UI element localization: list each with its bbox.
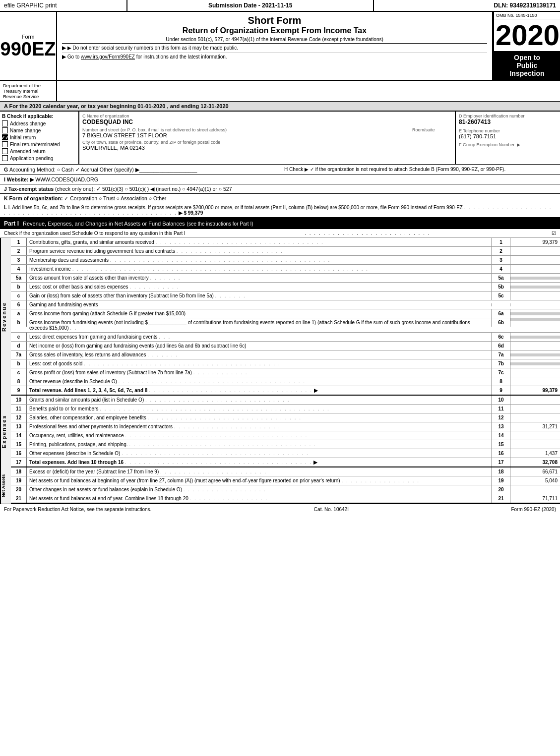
row12-desc: Salaries, other compensation, and employ… xyxy=(27,413,492,422)
cb-amended-label: Amended return xyxy=(10,149,46,154)
row6b-desc: Gross income from fundraising events (no… xyxy=(27,318,492,332)
tax-year-line: A For the 2020 calendar year, or tax yea… xyxy=(0,102,560,112)
row11-value xyxy=(510,407,560,410)
part1-header-row: Part I Revenue, Expenses, and Changes in… xyxy=(0,218,560,229)
row7a-num: 7a xyxy=(11,350,27,359)
form-org-row: K Form of organization: ✓ Corporation ○ … xyxy=(0,194,560,203)
line-l-value: ▶ $ 99,379 xyxy=(179,210,203,216)
row19-value: 5,040 xyxy=(510,476,560,485)
row5c-col: 5c xyxy=(492,291,510,300)
row7b-desc: Less: cost of goods sold . . . . . . . .… xyxy=(27,359,492,368)
cb-initial-box[interactable]: ✓ xyxy=(2,134,8,140)
row6b-value xyxy=(510,318,560,321)
row5c-num: c xyxy=(11,291,27,300)
revenue-rows: 1 Contributions, gifts, grants, and simi… xyxy=(11,238,560,396)
tax-exempt-text: (check only one): ✓ 501(c)(3) ○ 501(c)( … xyxy=(55,186,232,192)
g-accrual-cb: ✓ Accrual xyxy=(75,167,100,173)
row5a-num: 5a xyxy=(11,274,27,282)
part1-check-row: Check if the organization used Schedule … xyxy=(0,229,560,238)
row-18: 18 Excess or (deficit) for the year (Sub… xyxy=(11,467,560,476)
net-asset-rows: 18 Excess or (deficit) for the year (Sub… xyxy=(11,467,560,504)
row-6c: c Less: direct expenses from gaming and … xyxy=(11,333,560,342)
row2-num: 2 xyxy=(11,247,27,255)
part1-title: Revenue, Expenses, and Changes in Net As… xyxy=(23,221,185,227)
row17-value: 32,708 xyxy=(510,458,560,466)
row7a-desc: Gross sales of inventory, less returns a… xyxy=(27,350,492,359)
row1-num: 1 xyxy=(11,238,27,246)
cb-address-box[interactable] xyxy=(2,120,8,126)
open-label: Open to xyxy=(514,54,540,61)
part1-check-dots: . . . . . . . . . . . . . . . . . . . . … xyxy=(305,231,430,236)
net-assets-vert-label: Net Assets xyxy=(0,467,11,504)
section-b-label: B Check if applicable: xyxy=(2,114,76,119)
row-14: 14 Occupancy, rent, utilities, and maint… xyxy=(11,431,560,440)
row8-value xyxy=(510,380,560,383)
row15-col: 15 xyxy=(492,440,510,449)
row6d-value xyxy=(510,345,560,348)
city-block: City or town, state or province, country… xyxy=(82,140,452,151)
row14-value xyxy=(510,434,560,437)
row10-num: 10 xyxy=(11,396,27,404)
row2-desc: Program service revenue including govern… xyxy=(27,247,492,255)
cb-amended: Amended return xyxy=(2,148,76,154)
row18-desc: Excess or (deficit) for the year (Subtra… xyxy=(27,467,492,476)
inspection-label: Inspection xyxy=(509,69,544,77)
row-8: 8 Other revenue (describe in Schedule O)… xyxy=(11,377,560,386)
section-h: H Check ▶ ✓ if the organization is not r… xyxy=(280,165,560,174)
g-other: Other (specify) ▶____________________ xyxy=(100,167,197,173)
row5a-desc: Gross amount from sale of assets other t… xyxy=(27,274,492,282)
cb-amended-box[interactable] xyxy=(2,148,8,154)
tax-exempt-row: J Tax-exempt status (check only one): ✓ … xyxy=(0,184,560,194)
cb-address: Address change xyxy=(2,120,76,126)
row-6b: b Gross income from fundraising events (… xyxy=(11,318,560,333)
row12-value xyxy=(510,416,560,419)
row14-col: 14 xyxy=(492,431,510,440)
row-6d: d Net income or (loss) from gaming and f… xyxy=(11,342,560,350)
row15-num: 15 xyxy=(11,440,27,449)
cb-initial: ✓ Initial return xyxy=(2,134,76,140)
row20-col: 20 xyxy=(492,485,510,494)
short-form-title: Short Form xyxy=(62,15,487,26)
row16-num: 16 xyxy=(11,449,27,458)
ein-value: 81-2607413 xyxy=(459,118,557,125)
website-label: I Website: ▶ xyxy=(4,176,34,182)
irs-link[interactable]: www.irs.gov/Form990EZ xyxy=(81,54,135,59)
line-l-label: L xyxy=(4,205,8,210)
row-5a: 5a Gross amount from sale of assets othe… xyxy=(11,274,560,283)
return-title: Return of Organization Exempt From Incom… xyxy=(62,26,487,35)
row8-num: 8 xyxy=(11,377,27,386)
form-org-label: K Form of organization: xyxy=(4,195,64,201)
cb-pending-label: Application pending xyxy=(10,156,53,161)
cb-name-box[interactable] xyxy=(2,127,8,133)
dept-name: Department of the Treasury Internal Reve… xyxy=(0,81,57,101)
g-text: Accounting Method: xyxy=(9,167,57,173)
footer: For Paperwork Reduction Act Notice, see … xyxy=(0,504,560,515)
row4-value xyxy=(510,268,560,271)
row-19: 19 Net assets or fund balances at beginn… xyxy=(11,476,560,485)
omb-number: OMB No. 1545-1150 xyxy=(494,12,560,19)
cb-final-box[interactable] xyxy=(2,141,8,147)
row7b-num: b xyxy=(11,359,27,368)
row11-col: 11 xyxy=(492,405,510,413)
row6d-num: d xyxy=(11,342,27,350)
row21-col: 21 xyxy=(492,494,510,503)
row4-desc: Investment income . . . . . . . . . . . … xyxy=(27,265,492,273)
row13-col: 13 xyxy=(492,422,510,431)
expense-rows: 10 Grants and similar amounts paid (list… xyxy=(11,396,560,467)
row-16: 16 Other expenses (describe in Schedule … xyxy=(11,449,560,458)
row10-value xyxy=(510,399,560,402)
row4-col: 4 xyxy=(492,265,510,273)
row7c-desc: Gross profit or (loss) from sales of inv… xyxy=(27,368,492,377)
row8-col: 8 xyxy=(492,377,510,386)
expenses-section: Expenses 10 Grants and similar amounts p… xyxy=(0,396,560,467)
row-7a: 7a Gross sales of inventory, less return… xyxy=(11,350,560,359)
g-cash-cb: ○ Cash xyxy=(57,167,75,173)
form-org-text: ✓ Corporation ○ Trust ○ Association ○ Ot… xyxy=(64,195,166,201)
row-7b: b Less: cost of goods sold . . . . . . .… xyxy=(11,359,560,368)
room-block: Room/suite xyxy=(412,127,452,138)
row-5c: c Gain or (loss) from sale of assets oth… xyxy=(11,291,560,300)
cb-pending-box[interactable] xyxy=(2,155,8,161)
row5c-value xyxy=(510,294,560,297)
row6b-col: 6b xyxy=(492,318,510,327)
row5a-col: 5a xyxy=(492,274,510,282)
